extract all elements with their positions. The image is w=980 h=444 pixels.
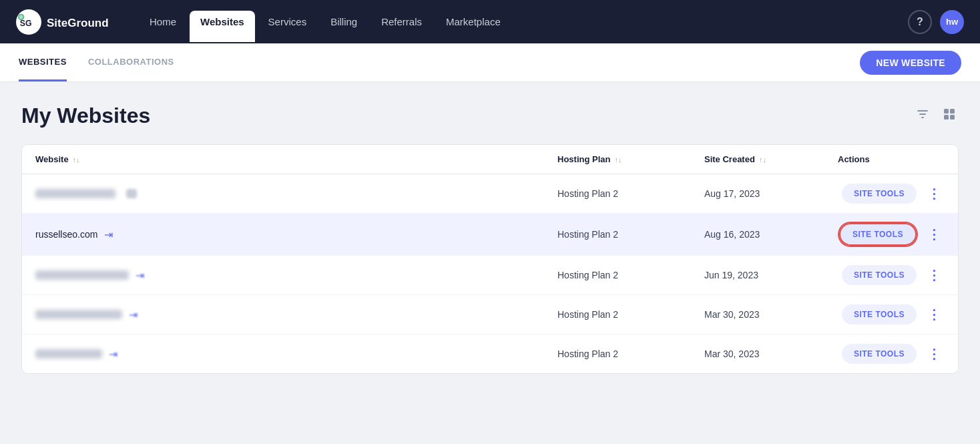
hosting-plan-cell: Hosting Plan 2 xyxy=(557,309,704,320)
new-website-button[interactable]: NEW WEBSITE xyxy=(860,51,961,75)
page-header: My Websites xyxy=(21,103,959,128)
avatar[interactable]: hw xyxy=(940,10,964,34)
site-tools-button[interactable]: SITE TOOLS xyxy=(839,223,917,246)
actions-cell: SITE TOOLS ⋮ xyxy=(838,304,945,324)
site-tools-button[interactable]: SITE TOOLS xyxy=(842,184,917,204)
col-site-created: Site Created ↑↓ xyxy=(704,154,838,164)
filter-icon xyxy=(916,107,929,121)
actions-cell: SITE TOOLS ⋮ xyxy=(838,344,945,364)
external-link-icon[interactable]: ⇥ xyxy=(136,269,144,282)
col-hosting-plan: Hosting Plan ↑↓ xyxy=(557,154,704,164)
col-website: Website ↑↓ xyxy=(35,154,557,164)
more-options-button[interactable]: ⋮ xyxy=(923,226,945,242)
table-row: Hosting Plan 2 Aug 17, 2023 SITE TOOLS ⋮ xyxy=(22,174,958,214)
actions-cell: SITE TOOLS ⋮ xyxy=(838,265,945,285)
sort-created-icon[interactable]: ↑↓ xyxy=(759,156,766,164)
site-created-cell: Jun 19, 2023 xyxy=(704,270,838,280)
site-tools-button[interactable]: SITE TOOLS xyxy=(842,344,917,364)
website-cell: ⇥ xyxy=(35,348,557,361)
top-navigation: SG SiteGround Home Websites Services Bil… xyxy=(0,0,980,43)
external-link-icon[interactable]: ⇥ xyxy=(104,228,113,241)
hosting-plan-cell: Hosting Plan 2 xyxy=(557,188,704,199)
nav-billing[interactable]: Billing xyxy=(320,11,368,33)
blurred-website-name xyxy=(35,349,102,359)
site-created-cell: Aug 17, 2023 xyxy=(704,188,838,199)
main-content: My Websites Website ↑↓ xyxy=(0,82,980,390)
sort-hosting-icon[interactable]: ↑↓ xyxy=(614,156,622,164)
nav-services[interactable]: Services xyxy=(258,11,318,33)
hosting-plan-cell: Hosting Plan 2 xyxy=(557,349,704,359)
svg-rect-6 xyxy=(950,109,955,114)
site-created-cell: Mar 30, 2023 xyxy=(704,309,838,320)
tab-websites[interactable]: WEBSITES xyxy=(19,43,67,81)
blurred-link-icon xyxy=(126,189,137,198)
tab-collaborations[interactable]: COLLABORATIONS xyxy=(88,43,174,81)
sub-nav-tabs: WEBSITES COLLABORATIONS xyxy=(19,43,174,81)
nav-referrals[interactable]: Referrals xyxy=(371,11,433,33)
website-cell: ⇥ xyxy=(35,308,557,321)
hosting-plan-cell: Hosting Plan 2 xyxy=(557,270,704,280)
blurred-website-name xyxy=(35,189,115,198)
nav-home[interactable]: Home xyxy=(139,11,187,33)
more-options-button[interactable]: ⋮ xyxy=(923,267,945,283)
external-link-icon[interactable]: ⇥ xyxy=(109,348,117,361)
actions-cell: SITE TOOLS ⋮ xyxy=(838,184,945,204)
logo-text: SiteGround xyxy=(47,13,120,31)
table-row: ⇥ Hosting Plan 2 Jun 19, 2023 SITE TOOLS… xyxy=(22,256,958,295)
more-options-button[interactable]: ⋮ xyxy=(923,186,945,202)
website-cell xyxy=(35,189,557,198)
hosting-plan-cell: Hosting Plan 2 xyxy=(557,229,704,240)
svg-rect-5 xyxy=(944,109,949,114)
more-options-button[interactable]: ⋮ xyxy=(923,346,945,362)
svg-rect-8 xyxy=(950,115,955,120)
table-row: ⇥ Hosting Plan 2 Mar 30, 2023 SITE TOOLS… xyxy=(22,295,958,335)
nav-links: Home Websites Services Billing Referrals… xyxy=(139,11,903,33)
website-cell: russellseo.com ⇥ xyxy=(35,228,557,241)
page-title: My Websites xyxy=(21,103,913,128)
table-header: Website ↑↓ Hosting Plan ↑↓ Site Created … xyxy=(22,145,958,174)
more-options-button[interactable]: ⋮ xyxy=(923,306,945,322)
header-actions xyxy=(913,105,959,127)
table-row: russellseo.com ⇥ Hosting Plan 2 Aug 16, … xyxy=(22,214,958,256)
sort-website-icon[interactable]: ↑↓ xyxy=(73,156,80,164)
nav-websites[interactable]: Websites xyxy=(190,11,255,42)
site-created-cell: Mar 30, 2023 xyxy=(704,349,838,359)
logo[interactable]: SG SiteGround xyxy=(16,9,120,35)
blurred-website-name xyxy=(35,270,129,280)
external-link-icon[interactable]: ⇥ xyxy=(129,308,138,321)
nav-right: ? hw xyxy=(908,10,964,34)
sub-navigation: WEBSITES COLLABORATIONS NEW WEBSITE xyxy=(0,43,980,82)
website-name: russellseo.com xyxy=(35,229,97,240)
svg-text:SiteGround: SiteGround xyxy=(47,17,109,29)
help-button[interactable]: ? xyxy=(908,10,932,34)
blurred-website-name xyxy=(35,310,122,319)
site-tools-button[interactable]: SITE TOOLS xyxy=(842,265,917,285)
websites-table: Website ↑↓ Hosting Plan ↑↓ Site Created … xyxy=(21,144,959,374)
col-actions: Actions xyxy=(838,154,945,164)
actions-cell: SITE TOOLS ⋮ xyxy=(838,223,945,246)
svg-point-3 xyxy=(19,15,23,19)
table-row: ⇥ Hosting Plan 2 Mar 30, 2023 SITE TOOLS… xyxy=(22,335,958,373)
svg-rect-7 xyxy=(944,115,949,120)
grid-view-button[interactable] xyxy=(940,105,959,127)
filter-button[interactable] xyxy=(913,105,932,127)
grid-icon xyxy=(943,107,956,121)
nav-marketplace[interactable]: Marketplace xyxy=(435,11,511,33)
website-cell: ⇥ xyxy=(35,269,557,282)
site-created-cell: Aug 16, 2023 xyxy=(704,229,838,240)
site-tools-button[interactable]: SITE TOOLS xyxy=(842,304,917,324)
